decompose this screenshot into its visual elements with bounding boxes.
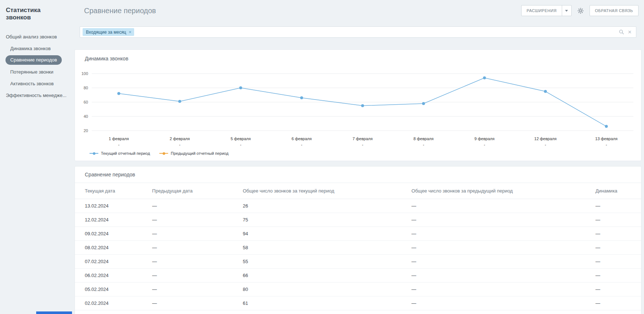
clear-filter-icon[interactable]: ×	[628, 29, 632, 35]
table-body: 13.02.2024—26——12.02.2024—75——09.02.2024…	[75, 199, 641, 314]
settings-button[interactable]	[576, 6, 585, 15]
remove-filter-tag-icon[interactable]: ×	[129, 30, 132, 34]
table-card-title: Сравнение периодов	[75, 172, 641, 177]
legend-label: Предыдущий отчетный период	[171, 151, 228, 156]
filter-tag-label: Входящие за месяц	[86, 30, 126, 35]
chart-point[interactable]	[605, 125, 608, 128]
svg-text:40: 40	[84, 114, 88, 119]
table-row: 12.02.2024—75——	[75, 213, 641, 227]
sidebar-item-label: Общий анализ звонков	[6, 34, 57, 40]
table-row: 08.02.2024—58——	[75, 241, 641, 255]
sidebar-scroll-indicator[interactable]	[36, 311, 72, 314]
table-cell: 72	[239, 310, 408, 314]
sidebar-item[interactable]: Динамика звонков	[0, 42, 72, 54]
table-cell: 13.02.2024	[75, 199, 148, 213]
table-cell: —	[408, 310, 592, 314]
chart-point[interactable]	[422, 102, 425, 105]
main-content: Сравнение периодов РАСШИРЕНИЯ	[72, 0, 644, 314]
table-cell: —	[592, 296, 641, 310]
table-cell: 55	[239, 255, 408, 269]
svg-text:5 февраля: 5 февраля	[231, 137, 251, 141]
table-cell: —	[592, 241, 641, 255]
table-cell: 94	[239, 227, 408, 241]
line-chart: 204060801001 февраля-2 февраля-5 февраля…	[75, 64, 640, 150]
sidebar-item[interactable]: Потерянные звонки	[0, 66, 72, 78]
chart-point[interactable]	[178, 100, 181, 103]
table-cell: —	[148, 269, 239, 283]
svg-text:-: -	[179, 142, 181, 147]
svg-text:100: 100	[82, 71, 88, 76]
sidebar-item[interactable]: Активность звонков	[0, 78, 72, 89]
svg-text:8 февраля: 8 февраля	[413, 137, 433, 141]
table-column-header: Предыдущая дата	[148, 183, 239, 199]
table-column-header: Текущая дата	[75, 183, 148, 199]
svg-text:12 февраля: 12 февраля	[534, 137, 557, 141]
table-cell: 58	[239, 241, 408, 255]
svg-text:2 февраля: 2 февраля	[170, 137, 190, 141]
table-row: 01.02.2024—72——	[75, 310, 641, 314]
legend-item[interactable]: Предыдущий отчетный период	[159, 151, 228, 156]
legend-marker-icon	[90, 153, 98, 154]
table-row: 09.02.2024—94——	[75, 227, 641, 241]
table-cell: —	[592, 213, 641, 227]
table-cell: —	[592, 310, 641, 314]
sidebar-item-label: Потерянные звонки	[10, 69, 53, 75]
sidebar-item[interactable]: Общий анализ звонков	[0, 31, 72, 42]
sidebar-title: Статистика звонков	[0, 7, 72, 21]
table-cell: —	[592, 227, 641, 241]
svg-text:-: -	[606, 142, 607, 147]
table-cell: —	[408, 213, 592, 227]
extensions-dropdown-button[interactable]	[562, 5, 571, 16]
table-row: 02.02.2024—61——	[75, 296, 641, 310]
search-icon[interactable]	[619, 29, 624, 35]
table-cell: 75	[239, 213, 408, 227]
topbar-actions: РАСШИРЕНИЯ	[521, 5, 639, 16]
sidebar-item-label: Динамика звонков	[10, 46, 51, 51]
table-cell: 66	[239, 269, 408, 283]
chart-point[interactable]	[483, 76, 486, 79]
svg-text:-: -	[423, 142, 424, 147]
table-cell: —	[408, 255, 592, 269]
table-cell: —	[148, 296, 239, 310]
table-header-row: Текущая датаПредыдущая датаОбщее число з…	[75, 183, 641, 199]
feedback-button[interactable]: ОБРАТНАЯ СВЯЗЬ	[590, 5, 639, 16]
svg-text:6 февраля: 6 февраля	[292, 137, 312, 141]
svg-text:9 февраля: 9 февраля	[474, 137, 495, 141]
chart-point[interactable]	[361, 104, 364, 107]
table-column-header: Общее число звонков за предыдущий период	[408, 183, 592, 199]
table-cell: 02.02.2024	[75, 296, 148, 310]
svg-text:-: -	[240, 142, 242, 147]
svg-text:-: -	[118, 142, 120, 147]
chart-point[interactable]	[117, 92, 120, 95]
extensions-button[interactable]: РАСШИРЕНИЯ	[522, 5, 562, 16]
sidebar-menu: Общий анализ звонковДинамика звонковСрав…	[0, 31, 72, 101]
sidebar: Статистика звонков Общий анализ звонковД…	[0, 0, 72, 314]
chart-point[interactable]	[239, 86, 242, 89]
filter-tag[interactable]: Входящие за месяц ×	[83, 28, 134, 36]
sidebar-item-label: Активность звонков	[10, 81, 54, 86]
svg-text:7 февраля: 7 февраля	[353, 137, 373, 141]
chart-point[interactable]	[544, 90, 547, 93]
chart-point[interactable]	[300, 96, 303, 99]
table-cell: 05.02.2024	[75, 283, 148, 296]
page-title: Сравнение периодов	[84, 7, 156, 15]
table-cell: 12.02.2024	[75, 213, 148, 227]
table-cell: —	[408, 241, 592, 255]
table-cell: —	[592, 269, 641, 283]
extensions-split-button: РАСШИРЕНИЯ	[521, 5, 572, 16]
app-window: Статистика звонков Общий анализ звонковД…	[0, 0, 644, 314]
filter-search-bar[interactable]: Входящие за месяц × ×	[80, 26, 636, 38]
sidebar-item[interactable]: Эффективность менедже...	[0, 89, 72, 101]
svg-text:60: 60	[84, 100, 88, 104]
sidebar-item[interactable]: Сравнение периодов	[0, 54, 72, 66]
sidebar-item-label: Эффективность менедже...	[6, 93, 67, 98]
legend-item[interactable]: Текущий отчетный период	[90, 151, 150, 156]
table-cell: —	[408, 283, 592, 296]
table-cell: 26	[239, 199, 408, 213]
table-cell: 09.02.2024	[75, 227, 148, 241]
table-row: 07.02.2024—55——	[75, 255, 641, 269]
table-cell: —	[408, 227, 592, 241]
table-cell: —	[592, 255, 641, 269]
table-cell: —	[148, 213, 239, 227]
svg-text:-: -	[301, 142, 302, 147]
